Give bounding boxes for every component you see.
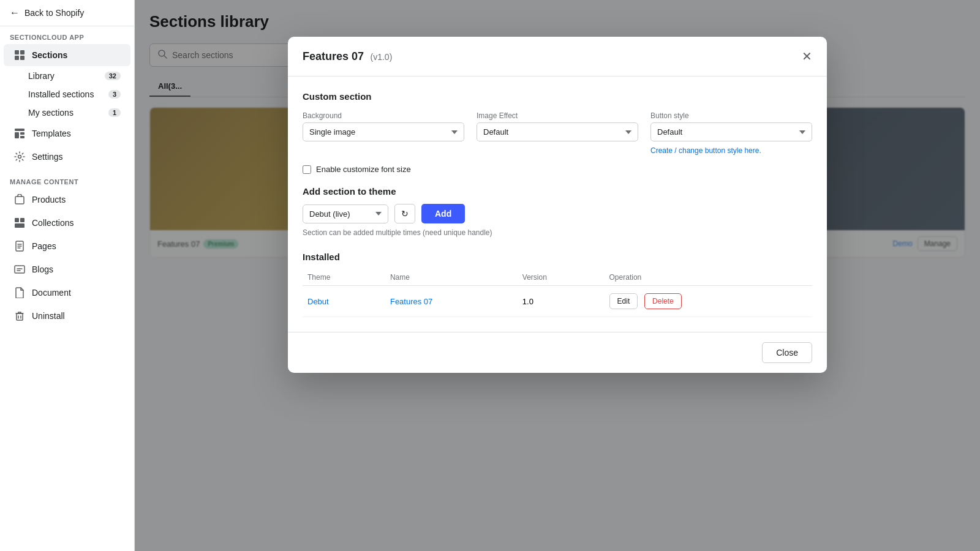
image-effect-group: Image Effect Default [477,111,638,141]
product-icon [13,193,26,206]
sidebar-item-my-sections[interactable]: My sections 1 [4,104,130,121]
installed-table: Theme Name Version Operation Debut Featu… [303,269,812,317]
document-icon [13,287,26,299]
modal-form-row-1: Background Single image Image Effect Def… [303,111,812,155]
sidebar-item-installed-sections[interactable]: Installed sections 3 [4,86,130,103]
installed-badge: 3 [108,90,121,99]
modal-backdrop: Features 07 (v1.0) ✕ Custom section Back… [135,0,980,551]
sidebar-item-sections[interactable]: Sections [4,44,130,66]
sidebar-item-pages-label: Pages [32,241,56,251]
sidebar-item-settings-label: Settings [32,152,63,162]
back-to-shopify-label: Back to Shopify [24,8,84,18]
svg-rect-4 [15,129,24,131]
table-header-operation: Operation [605,269,812,286]
sidebar-item-installed-label: Installed sections [28,89,94,99]
template-icon [13,127,26,140]
settings-icon [13,151,26,163]
main-content: Sections library All(3... Features 07 Pr… [135,0,980,551]
button-style-group: Button style Default Create / change but… [650,111,812,155]
installed-label: Installed [303,252,812,262]
delete-button[interactable]: Delete [644,293,682,309]
modal-footer: Close [288,332,827,373]
sidebar-item-collections[interactable]: Collections [4,212,130,234]
svg-rect-17 [15,266,24,273]
collection-icon [13,217,26,229]
table-header-theme: Theme [303,269,385,286]
add-hint: Section can be added multiple times (nee… [303,228,812,237]
add-button[interactable]: Add [421,204,465,223]
svg-rect-6 [20,132,24,135]
manage-content-label: MANAGE CONTENT [0,168,134,188]
add-row: Debut (live) ↻ Add [303,204,812,223]
sidebar-item-products[interactable]: Products [4,189,130,211]
svg-rect-2 [15,56,19,60]
sidebar-item-blogs[interactable]: Blogs [4,258,130,280]
svg-rect-0 [15,50,19,54]
back-arrow-icon: ← [10,7,20,18]
sidebar-item-templates-label: Templates [32,129,71,138]
modal-body: Custom section Background Single image I… [288,77,827,332]
checkbox-label: Enable customize font size [316,165,411,174]
installed-name-link[interactable]: Features 07 [385,286,518,317]
svg-rect-10 [15,218,19,222]
grid-icon [13,49,26,61]
table-header-version: Version [518,269,605,286]
sidebar-item-settings[interactable]: Settings [4,146,130,168]
refresh-button[interactable]: ↻ [394,204,415,223]
sidebar-item-document[interactable]: Document [4,282,130,304]
button-style-link[interactable]: Create / change button style here. [650,146,812,155]
sidebar-item-library[interactable]: Library 32 [4,67,130,84]
svg-rect-9 [15,197,24,204]
my-sections-badge: 1 [108,108,121,117]
image-effect-select[interactable]: Default [477,122,638,141]
svg-rect-20 [17,313,23,320]
font-size-checkbox[interactable] [303,165,311,174]
sidebar-item-templates[interactable]: Templates [4,122,130,144]
installed-theme-link[interactable]: Debut [303,286,385,317]
svg-rect-3 [20,56,24,60]
edit-button[interactable]: Edit [609,293,638,309]
library-badge: 32 [105,72,121,80]
sidebar-item-uninstall[interactable]: Uninstall [4,305,130,327]
svg-rect-11 [20,218,24,222]
svg-rect-12 [15,223,24,228]
background-group: Background Single image [303,111,464,141]
modal-version: (v1.0) [371,52,393,62]
custom-section-label: Custom section [303,91,812,102]
table-header-name: Name [385,269,518,286]
background-select[interactable]: Single image [303,122,464,141]
sidebar-item-document-label: Document [32,288,71,298]
modal-title-group: Features 07 (v1.0) [303,50,392,63]
sidebar-item-collections-label: Collections [32,218,74,228]
sidebar-item-my-sections-label: My sections [28,108,74,118]
modal-dialog: Features 07 (v1.0) ✕ Custom section Back… [288,37,827,373]
checkbox-row: Enable customize font size [303,165,812,174]
installed-version: 1.0 [518,286,605,317]
image-effect-label: Image Effect [477,111,638,120]
sidebar-item-products-label: Products [32,195,66,204]
sidebar: ← Back to Shopify SECTIONCLOUD APP Secti… [0,0,135,551]
svg-rect-7 [20,136,24,138]
sidebar-item-uninstall-label: Uninstall [32,311,65,321]
sidebar-item-blogs-label: Blogs [32,264,53,274]
modal-header: Features 07 (v1.0) ✕ [288,37,827,77]
svg-rect-1 [20,50,24,54]
back-to-shopify-button[interactable]: ← Back to Shopify [0,0,134,26]
button-style-select[interactable]: Default [650,122,812,141]
sidebar-item-library-label: Library [28,71,55,81]
background-label: Background [303,111,464,120]
blogs-icon [13,263,26,276]
modal-close-button[interactable]: ✕ [802,49,812,64]
theme-select[interactable]: Debut (live) [303,204,388,223]
svg-rect-5 [15,132,19,138]
sidebar-item-sections-label: Sections [32,50,67,60]
app-section-label: SECTIONCLOUD APP [0,26,134,43]
uninstall-icon [13,310,26,322]
close-button[interactable]: Close [762,342,812,363]
installed-operations: Edit Delete [605,286,812,317]
sidebar-item-pages[interactable]: Pages [4,235,130,257]
svg-point-8 [18,156,21,159]
button-style-label: Button style [650,111,812,120]
modal-title: Features 07 [303,50,364,62]
pages-icon [13,240,26,252]
